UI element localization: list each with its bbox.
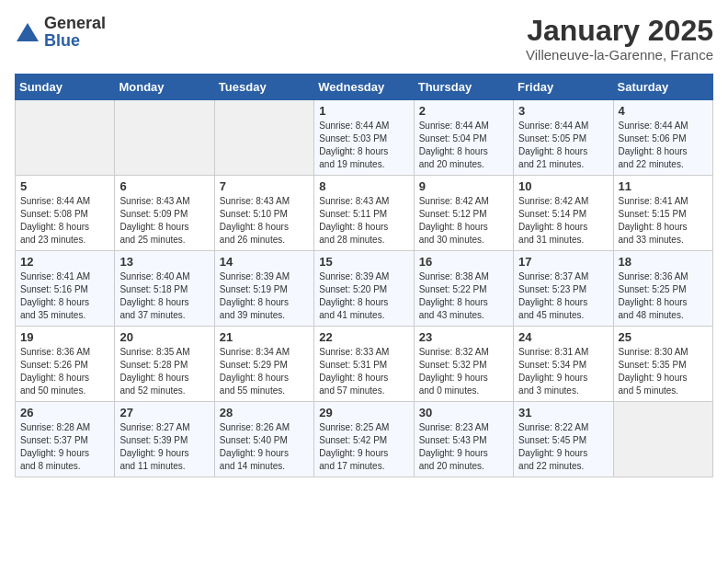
calendar-day-cell (613, 402, 712, 477)
day-info: Sunrise: 8:43 AMSunset: 5:11 PMDaylight:… (319, 195, 408, 247)
day-number: 27 (119, 406, 209, 419)
calendar-day-cell: 23Sunrise: 8:32 AMSunset: 5:32 PMDayligh… (414, 327, 513, 402)
day-number: 10 (518, 179, 608, 193)
day-info: Sunrise: 8:41 AMSunset: 5:15 PMDaylight:… (619, 195, 708, 247)
day-number: 25 (619, 330, 708, 344)
day-number: 4 (619, 104, 708, 118)
calendar-week-row: 1Sunrise: 8:44 AMSunset: 5:03 PMDaylight… (16, 100, 713, 176)
calendar-week-row: 12Sunrise: 8:41 AMSunset: 5:16 PMDayligh… (16, 251, 713, 327)
day-number: 13 (119, 255, 209, 269)
calendar-day-cell: 7Sunrise: 8:43 AMSunset: 5:10 PMDaylight… (214, 176, 313, 251)
day-number: 1 (319, 104, 408, 118)
day-number: 5 (20, 179, 109, 193)
calendar-day-cell (16, 100, 115, 176)
day-info: Sunrise: 8:36 AMSunset: 5:25 PMDaylight:… (619, 270, 708, 322)
weekday-header-cell: Monday (115, 75, 214, 100)
day-number: 31 (518, 406, 608, 419)
day-info: Sunrise: 8:40 AMSunset: 5:18 PMDaylight:… (119, 270, 209, 322)
logo-text-blue: Blue (44, 31, 80, 50)
day-info: Sunrise: 8:39 AMSunset: 5:19 PMDaylight:… (220, 270, 309, 322)
calendar-day-cell: 9Sunrise: 8:42 AMSunset: 5:12 PMDaylight… (414, 176, 513, 251)
calendar-day-cell (214, 100, 313, 176)
day-info: Sunrise: 8:43 AMSunset: 5:10 PMDaylight:… (220, 195, 309, 247)
calendar-day-cell: 30Sunrise: 8:23 AMSunset: 5:43 PMDayligh… (414, 402, 513, 477)
calendar-day-cell: 20Sunrise: 8:35 AMSunset: 5:28 PMDayligh… (115, 327, 214, 402)
day-info: Sunrise: 8:31 AMSunset: 5:34 PMDaylight:… (518, 346, 608, 397)
weekday-header-cell: Thursday (414, 75, 513, 100)
weekday-header-cell: Wednesday (314, 75, 414, 100)
calendar-day-cell: 11Sunrise: 8:41 AMSunset: 5:15 PMDayligh… (613, 176, 712, 251)
calendar-day-cell: 1Sunrise: 8:44 AMSunset: 5:03 PMDaylight… (314, 100, 414, 176)
day-number: 23 (419, 330, 508, 344)
day-number: 12 (20, 255, 109, 269)
calendar-day-cell: 27Sunrise: 8:27 AMSunset: 5:39 PMDayligh… (115, 402, 214, 477)
weekday-header-cell: Saturday (613, 75, 712, 100)
calendar-day-cell: 13Sunrise: 8:40 AMSunset: 5:18 PMDayligh… (115, 251, 214, 327)
calendar-day-cell: 17Sunrise: 8:37 AMSunset: 5:23 PMDayligh… (514, 251, 613, 327)
day-number: 14 (220, 255, 309, 269)
calendar-day-cell: 21Sunrise: 8:34 AMSunset: 5:29 PMDayligh… (214, 327, 313, 402)
day-info: Sunrise: 8:34 AMSunset: 5:29 PMDaylight:… (220, 346, 309, 397)
day-info: Sunrise: 8:44 AMSunset: 5:03 PMDaylight:… (319, 120, 408, 171)
calendar-day-cell: 3Sunrise: 8:44 AMSunset: 5:05 PMDaylight… (514, 100, 613, 176)
calendar-day-cell: 26Sunrise: 8:28 AMSunset: 5:37 PMDayligh… (16, 402, 115, 477)
day-info: Sunrise: 8:22 AMSunset: 5:45 PMDaylight:… (518, 421, 608, 473)
weekday-header-cell: Friday (514, 75, 613, 100)
calendar-day-cell: 29Sunrise: 8:25 AMSunset: 5:42 PMDayligh… (314, 402, 414, 477)
calendar-day-cell: 19Sunrise: 8:36 AMSunset: 5:26 PMDayligh… (16, 327, 115, 402)
calendar-day-cell: 24Sunrise: 8:31 AMSunset: 5:34 PMDayligh… (514, 327, 613, 402)
day-info: Sunrise: 8:28 AMSunset: 5:37 PMDaylight:… (20, 421, 109, 473)
day-number: 24 (518, 330, 608, 344)
day-number: 20 (119, 330, 209, 344)
calendar-week-row: 19Sunrise: 8:36 AMSunset: 5:26 PMDayligh… (16, 327, 713, 402)
day-number: 22 (319, 330, 408, 344)
calendar-day-cell: 8Sunrise: 8:43 AMSunset: 5:11 PMDaylight… (314, 176, 414, 251)
calendar-table: SundayMondayTuesdayWednesdayThursdayFrid… (15, 74, 713, 477)
calendar-day-cell: 16Sunrise: 8:38 AMSunset: 5:22 PMDayligh… (414, 251, 513, 327)
calendar-day-cell: 5Sunrise: 8:44 AMSunset: 5:08 PMDaylight… (16, 176, 115, 251)
day-info: Sunrise: 8:44 AMSunset: 5:05 PMDaylight:… (518, 120, 608, 171)
day-info: Sunrise: 8:44 AMSunset: 5:06 PMDaylight:… (619, 120, 708, 171)
calendar-day-cell: 31Sunrise: 8:22 AMSunset: 5:45 PMDayligh… (514, 402, 613, 477)
day-number: 28 (220, 406, 309, 419)
day-info: Sunrise: 8:35 AMSunset: 5:28 PMDaylight:… (119, 346, 209, 397)
day-info: Sunrise: 8:38 AMSunset: 5:22 PMDaylight:… (419, 270, 508, 322)
day-number: 18 (619, 255, 708, 269)
day-number: 30 (419, 406, 508, 419)
day-info: Sunrise: 8:26 AMSunset: 5:40 PMDaylight:… (220, 421, 309, 473)
location-title: Villeneuve-la-Garenne, France (526, 47, 713, 63)
day-info: Sunrise: 8:41 AMSunset: 5:16 PMDaylight:… (20, 270, 109, 322)
day-number: 17 (518, 255, 608, 269)
calendar-day-cell: 18Sunrise: 8:36 AMSunset: 5:25 PMDayligh… (613, 251, 712, 327)
day-number: 9 (419, 179, 508, 193)
day-info: Sunrise: 8:43 AMSunset: 5:09 PMDaylight:… (119, 195, 209, 247)
calendar-day-cell: 22Sunrise: 8:33 AMSunset: 5:31 PMDayligh… (314, 327, 414, 402)
title-area: January 2025 Villeneuve-la-Garenne, Fran… (526, 15, 713, 63)
day-info: Sunrise: 8:37 AMSunset: 5:23 PMDaylight:… (518, 270, 608, 322)
calendar-week-row: 26Sunrise: 8:28 AMSunset: 5:37 PMDayligh… (16, 402, 713, 477)
day-number: 26 (20, 406, 109, 419)
day-number: 3 (518, 104, 608, 118)
weekday-header-cell: Tuesday (214, 75, 313, 100)
day-number: 6 (119, 179, 209, 193)
day-info: Sunrise: 8:42 AMSunset: 5:12 PMDaylight:… (419, 195, 508, 247)
day-info: Sunrise: 8:23 AMSunset: 5:43 PMDaylight:… (419, 421, 508, 473)
day-number: 29 (319, 406, 408, 419)
calendar-day-cell: 14Sunrise: 8:39 AMSunset: 5:19 PMDayligh… (214, 251, 313, 327)
logo-icon (15, 19, 40, 45)
calendar-day-cell: 28Sunrise: 8:26 AMSunset: 5:40 PMDayligh… (214, 402, 313, 477)
calendar-day-cell (115, 100, 214, 176)
day-info: Sunrise: 8:44 AMSunset: 5:04 PMDaylight:… (419, 120, 508, 171)
calendar-day-cell: 6Sunrise: 8:43 AMSunset: 5:09 PMDaylight… (115, 176, 214, 251)
day-number: 16 (419, 255, 508, 269)
day-number: 19 (20, 330, 109, 344)
calendar-day-cell: 12Sunrise: 8:41 AMSunset: 5:16 PMDayligh… (16, 251, 115, 327)
day-number: 7 (220, 179, 309, 193)
logo: General Blue (15, 15, 106, 50)
day-number: 21 (220, 330, 309, 344)
calendar-day-cell: 4Sunrise: 8:44 AMSunset: 5:06 PMDaylight… (613, 100, 712, 176)
day-info: Sunrise: 8:33 AMSunset: 5:31 PMDaylight:… (319, 346, 408, 397)
day-number: 2 (419, 104, 508, 118)
day-number: 8 (319, 179, 408, 193)
calendar-day-cell: 2Sunrise: 8:44 AMSunset: 5:04 PMDaylight… (414, 100, 513, 176)
